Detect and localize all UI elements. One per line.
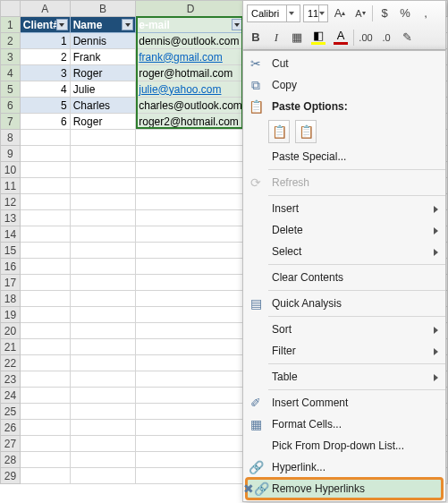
cell[interactable]: [70, 130, 136, 146]
cell[interactable]: [70, 404, 136, 420]
cell[interactable]: [70, 146, 136, 162]
italic-button[interactable]: I: [267, 29, 285, 47]
cell[interactable]: [136, 243, 246, 259]
cell[interactable]: [20, 468, 70, 484]
cell[interactable]: [20, 291, 70, 307]
row-header[interactable]: 13: [1, 210, 21, 226]
cell[interactable]: 5: [20, 98, 70, 114]
row-header[interactable]: 8: [1, 130, 21, 146]
cell[interactable]: [70, 259, 136, 275]
currency-format-button[interactable]: $: [376, 4, 393, 22]
cell[interactable]: [20, 339, 70, 355]
cell[interactable]: [70, 323, 136, 339]
format-painter-button[interactable]: ✎: [398, 29, 416, 47]
font-name-select[interactable]: Calibri: [247, 4, 300, 22]
menu-filter[interactable]: Filter: [243, 340, 445, 362]
cell[interactable]: Dennis: [70, 33, 136, 49]
cell-email[interactable]: dennis@outlook.com: [136, 33, 246, 49]
row-header[interactable]: 16: [1, 259, 21, 275]
cell[interactable]: [70, 162, 136, 178]
cell[interactable]: [136, 130, 246, 146]
row-header[interactable]: 10: [1, 162, 21, 178]
cell[interactable]: [70, 420, 136, 436]
row-header[interactable]: 14: [1, 226, 21, 243]
cell[interactable]: [20, 323, 70, 339]
cell[interactable]: [136, 355, 246, 371]
cell[interactable]: [136, 323, 246, 339]
cell[interactable]: [20, 162, 70, 178]
bold-button[interactable]: B: [247, 29, 265, 47]
cell[interactable]: [136, 371, 246, 388]
cell[interactable]: [20, 243, 70, 259]
filter-arrow-icon[interactable]: [56, 19, 68, 30]
menu-delete[interactable]: Delete: [243, 219, 445, 241]
row-header[interactable]: 26: [1, 420, 21, 436]
row-header[interactable]: 17: [1, 275, 21, 291]
percent-format-button[interactable]: %: [396, 4, 414, 22]
fill-color-button[interactable]: ◧: [309, 29, 328, 47]
cell[interactable]: [70, 371, 136, 388]
cell[interactable]: [136, 339, 246, 355]
cell[interactable]: [20, 178, 70, 194]
row-header[interactable]: 11: [1, 178, 21, 194]
cell[interactable]: Charles: [70, 98, 136, 114]
row-header[interactable]: 20: [1, 323, 21, 339]
row-header[interactable]: 23: [1, 371, 21, 388]
increase-decimal-button[interactable]: .00: [357, 29, 375, 47]
cell[interactable]: [136, 420, 246, 436]
cell[interactable]: [70, 226, 136, 243]
row-header[interactable]: 27: [1, 436, 21, 452]
row-header[interactable]: 6: [1, 98, 21, 114]
cell[interactable]: [70, 436, 136, 452]
cell[interactable]: [70, 275, 136, 291]
column-header[interactable]: B: [70, 1, 136, 17]
column-header[interactable]: D: [136, 1, 246, 17]
row-header[interactable]: 19: [1, 307, 21, 323]
decrease-font-button[interactable]: A▾: [351, 4, 369, 22]
cell[interactable]: [136, 452, 246, 468]
font-color-button[interactable]: A: [331, 29, 351, 47]
cell[interactable]: [70, 388, 136, 404]
cell[interactable]: [70, 307, 136, 323]
cell[interactable]: [20, 452, 70, 468]
filter-arrow-icon[interactable]: [232, 19, 243, 30]
cell[interactable]: [70, 243, 136, 259]
increase-font-button[interactable]: A▴: [331, 4, 349, 22]
menu-quick-analysis[interactable]: ▤ Quick Analysis: [243, 293, 445, 314]
cell[interactable]: [136, 178, 246, 194]
cell[interactable]: [70, 194, 136, 210]
menu-insert-comment[interactable]: ✐ Insert Comment: [243, 392, 445, 413]
cell[interactable]: [70, 178, 136, 194]
dropdown-icon[interactable]: [318, 5, 325, 21]
row-header[interactable]: 3: [1, 49, 21, 65]
cell[interactable]: [70, 291, 136, 307]
row-header[interactable]: 29: [1, 468, 21, 484]
menu-cut[interactable]: ✂ Cut: [243, 53, 445, 74]
cell[interactable]: [70, 468, 136, 484]
cell[interactable]: [20, 307, 70, 323]
cell[interactable]: [20, 388, 70, 404]
cell[interactable]: Roger: [70, 65, 136, 81]
menu-insert[interactable]: Insert: [243, 198, 445, 219]
cell[interactable]: [20, 404, 70, 420]
cell[interactable]: [20, 210, 70, 226]
cell[interactable]: [136, 194, 246, 210]
cell[interactable]: [136, 146, 246, 162]
cell[interactable]: [20, 420, 70, 436]
cell[interactable]: [136, 162, 246, 178]
row-header[interactable]: 25: [1, 404, 21, 420]
cell[interactable]: [136, 275, 246, 291]
cell[interactable]: [136, 404, 246, 420]
row-header[interactable]: 7: [1, 114, 21, 130]
menu-table[interactable]: Table: [243, 366, 445, 388]
cell[interactable]: [70, 339, 136, 355]
cell[interactable]: [136, 388, 246, 404]
cell[interactable]: [136, 468, 246, 484]
column-header[interactable]: A: [20, 1, 70, 17]
cell[interactable]: [20, 226, 70, 243]
row-header[interactable]: 28: [1, 452, 21, 468]
row-header[interactable]: 24: [1, 388, 21, 404]
menu-copy[interactable]: ⧉ Copy: [243, 74, 445, 96]
menu-select[interactable]: Select: [243, 241, 445, 262]
cell[interactable]: Julie: [70, 81, 136, 98]
